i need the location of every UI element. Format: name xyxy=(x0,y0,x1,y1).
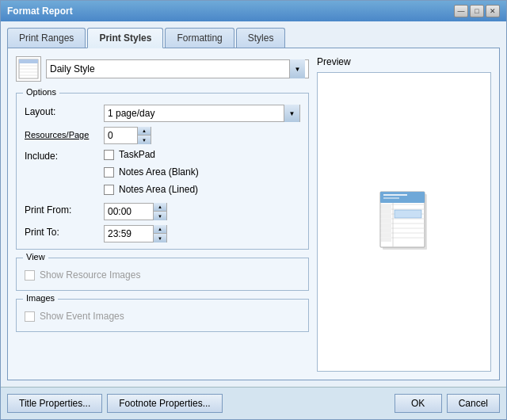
notes-blank-checkbox[interactable] xyxy=(104,167,114,178)
title-properties-button[interactable]: Title Properties... xyxy=(7,394,102,413)
format-report-window: Format Report — □ ✕ Print Ranges Print S… xyxy=(0,0,507,420)
svg-rect-27 xyxy=(381,239,391,242)
resources-label: Resources/Page xyxy=(25,127,104,139)
footer: Title Properties... Footnote Properties.… xyxy=(1,387,506,419)
print-to-spinner[interactable]: 23:59 ▲ ▼ xyxy=(104,225,167,242)
preview-area xyxy=(317,72,491,372)
notes-blank-row: Notes Area (Blank) xyxy=(104,166,199,178)
right-panel: Preview xyxy=(317,56,491,372)
style-icon xyxy=(16,56,41,82)
style-dropdown-arrow[interactable]: ▼ xyxy=(289,59,305,78)
show-event-images-label: Show Event Images xyxy=(40,311,124,322)
svg-rect-1 xyxy=(19,59,38,63)
view-group: View Show Resource Images xyxy=(16,258,309,291)
print-to-value: 23:59 xyxy=(105,228,153,239)
view-group-label: View xyxy=(23,252,48,262)
print-from-spinner-btns: ▲ ▼ xyxy=(153,203,166,220)
preview-calendar-icon xyxy=(379,190,430,254)
style-dropdown-value: Daily Style xyxy=(50,63,95,74)
notes-lined-label: Notes Area (Lined) xyxy=(119,184,198,195)
cancel-button[interactable]: Cancel xyxy=(447,394,500,413)
images-group: Images Show Event Images xyxy=(16,299,309,332)
show-event-images-checkbox[interactable] xyxy=(25,311,35,322)
print-from-value: 00:00 xyxy=(105,206,153,217)
svg-rect-28 xyxy=(395,210,421,218)
show-resource-images-row: Show Resource Images xyxy=(25,269,300,281)
print-to-up[interactable]: ▲ xyxy=(154,225,166,234)
taskpad-label: TaskPad xyxy=(119,149,155,160)
svg-rect-20 xyxy=(381,205,391,208)
print-from-label: Print From: xyxy=(25,203,104,216)
notes-blank-label: Notes Area (Blank) xyxy=(119,166,199,178)
resources-spinner-btns: ▲ ▼ xyxy=(137,127,151,144)
maximize-button[interactable]: □ xyxy=(470,5,484,17)
print-to-row: Print To: 23:59 ▲ ▼ xyxy=(25,225,300,242)
preview-label: Preview xyxy=(317,56,491,67)
include-checkboxes: TaskPad Notes Area (Blank) Notes Area (L… xyxy=(104,149,199,198)
include-row: Include: TaskPad Notes Area (Blank) xyxy=(25,149,300,198)
print-from-row: Print From: 00:00 ▲ ▼ xyxy=(25,203,300,220)
print-from-down[interactable]: ▼ xyxy=(154,212,166,220)
resources-value: 0 xyxy=(105,130,137,141)
notes-lined-checkbox[interactable] xyxy=(104,185,114,195)
dialog-content: Print Ranges Print Styles Formatting Sty… xyxy=(1,21,506,387)
resources-spinner[interactable]: 0 ▲ ▼ xyxy=(104,127,151,144)
svg-rect-22 xyxy=(381,215,391,218)
show-resource-images-checkbox[interactable] xyxy=(25,270,35,281)
style-dropdown[interactable]: Daily Style ▼ xyxy=(46,59,309,78)
svg-rect-24 xyxy=(381,224,391,227)
show-event-images-row: Show Event Images xyxy=(25,311,300,322)
print-from-spinner[interactable]: 00:00 ▲ ▼ xyxy=(104,203,167,220)
footer-left: Title Properties... Footnote Properties.… xyxy=(7,394,388,413)
footnote-properties-button[interactable]: Footnote Properties... xyxy=(107,394,222,413)
tab-formatting[interactable]: Formatting xyxy=(165,28,234,48)
footer-right: OK Cancel xyxy=(395,394,500,413)
resources-spinner-up[interactable]: ▲ xyxy=(138,127,151,136)
window-title: Format Report xyxy=(7,6,73,17)
tab-content-print-styles: Daily Style ▼ Options Layout: 1 page/day… xyxy=(7,48,500,380)
include-label: Include: xyxy=(25,149,104,162)
layout-value: 1 page/day xyxy=(105,108,284,119)
svg-rect-25 xyxy=(381,229,391,232)
options-group-label: Options xyxy=(23,87,59,97)
left-panel: Daily Style ▼ Options Layout: 1 page/day… xyxy=(16,56,309,372)
print-to-label: Print To: xyxy=(25,225,104,238)
images-group-label: Images xyxy=(23,293,58,303)
ok-button[interactable]: OK xyxy=(395,394,442,413)
title-bar-controls: — □ ✕ xyxy=(454,5,500,17)
minimize-button[interactable]: — xyxy=(454,5,468,17)
tab-styles[interactable]: Styles xyxy=(236,28,286,48)
svg-rect-26 xyxy=(381,234,391,237)
notes-lined-row: Notes Area (Lined) xyxy=(104,184,199,195)
close-button[interactable]: ✕ xyxy=(486,5,500,17)
options-group: Options Layout: 1 page/day ▼ Re xyxy=(16,93,309,250)
tab-print-styles[interactable]: Print Styles xyxy=(87,28,163,48)
layout-label: Layout: xyxy=(25,105,104,117)
title-bar: Format Report — □ ✕ xyxy=(1,1,506,21)
resources-row: Resources/Page 0 ▲ ▼ xyxy=(25,127,300,144)
svg-rect-23 xyxy=(381,220,391,223)
print-to-down[interactable]: ▼ xyxy=(154,234,166,242)
print-from-up[interactable]: ▲ xyxy=(154,203,166,212)
svg-rect-10 xyxy=(383,197,399,199)
print-to-spinner-btns: ▲ ▼ xyxy=(153,225,166,242)
svg-rect-21 xyxy=(381,210,391,213)
layout-dropdown-arrow[interactable]: ▼ xyxy=(284,105,299,122)
taskpad-checkbox[interactable] xyxy=(104,150,114,160)
layout-control: 1 page/day ▼ xyxy=(104,105,300,122)
layout-row: Layout: 1 page/day ▼ xyxy=(25,105,300,122)
style-selector-row: Daily Style ▼ xyxy=(16,56,309,82)
resources-spinner-down[interactable]: ▼ xyxy=(138,136,151,144)
tab-bar: Print Ranges Print Styles Formatting Sty… xyxy=(7,28,500,48)
layout-select[interactable]: 1 page/day ▼ xyxy=(104,105,300,122)
svg-rect-9 xyxy=(383,194,407,196)
taskpad-row: TaskPad xyxy=(104,149,199,160)
tab-print-ranges[interactable]: Print Ranges xyxy=(7,28,86,48)
show-resource-images-label: Show Resource Images xyxy=(40,269,140,281)
